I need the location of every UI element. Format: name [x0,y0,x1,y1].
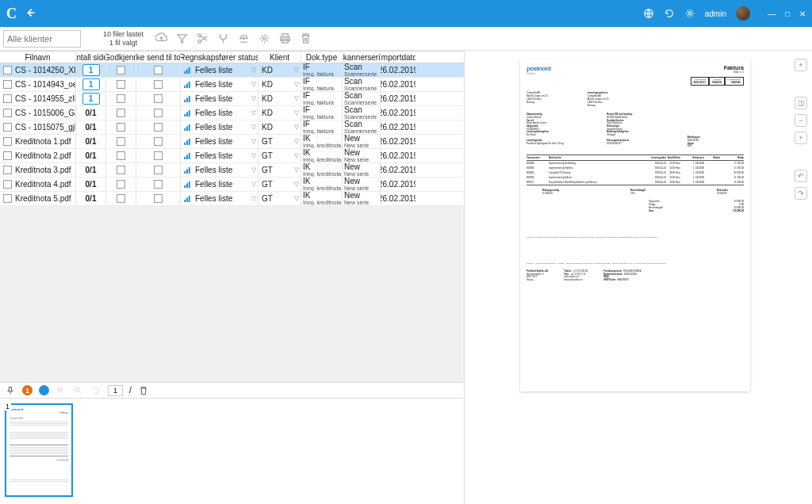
globe-icon[interactable] [643,8,654,19]
export-icon[interactable] [237,32,250,45]
row-checkbox[interactable] [3,151,12,160]
no-send-checkbox[interactable] [154,94,163,103]
no-send-checkbox[interactable] [154,151,163,160]
rotate-icon[interactable] [90,385,102,396]
minimize-icon[interactable]: — [768,10,776,18]
close-icon[interactable]: ✕ [799,10,806,18]
approve-checkbox[interactable] [117,180,125,189]
row-checkbox[interactable] [3,109,12,117]
klient-cell[interactable]: GT▽ [259,163,301,177]
regnskapsforer-cell[interactable]: Felles liste▽ [181,106,259,120]
no-send-checkbox[interactable] [154,180,163,189]
table-row[interactable]: Kreditnota 3.pdf0/1Felles liste▽GT▽IKInn… [0,163,464,178]
col-antall-sider[interactable]: Antall sider [76,52,106,63]
approve-checkbox[interactable] [117,109,125,117]
table-row[interactable]: Kreditnota 2.pdf0/1Felles liste▽GT▽IKInn… [0,149,464,163]
no-send-checkbox[interactable] [154,194,163,203]
refresh-icon[interactable] [664,8,675,19]
no-send-checkbox[interactable] [154,109,163,117]
page-indicator[interactable]: 1 [108,385,123,396]
klient-cell[interactable]: KD▽ [259,92,301,105]
search-input[interactable] [3,30,81,48]
pin-icon[interactable] [5,385,16,396]
table-row[interactable]: CS - 1014955_zIhoo.pdf1Felles liste▽KD▽I… [0,92,464,106]
regnskapsforer-cell[interactable]: Felles liste▽ [181,92,259,105]
regnskapsforer-cell[interactable]: Felles liste▽ [181,120,259,134]
no-send-checkbox[interactable] [154,166,163,174]
col-regnskapsforer[interactable]: Regnskapsfører status [181,52,259,63]
settings-icon[interactable] [258,32,270,45]
zoom-in-icon[interactable] [56,385,67,396]
filter-icon[interactable] [175,32,188,45]
merge-icon[interactable] [216,32,229,45]
document-preview[interactable]: postnord Strålfors Faktura Side 1 / 1 Fa… [520,59,750,391]
approve-checkbox[interactable] [117,137,125,146]
row-checkbox[interactable] [3,166,12,174]
regnskapsforer-cell[interactable]: Felles liste▽ [181,78,259,91]
klient-cell[interactable]: GT▽ [259,192,301,205]
klient-cell[interactable]: GT▽ [259,178,301,191]
regnskapsforer-cell[interactable]: Felles liste▽ [181,192,259,205]
col-klient[interactable]: Klient [259,52,301,63]
no-send-checkbox[interactable] [154,80,163,89]
no-send-checkbox[interactable] [154,137,163,146]
avatar[interactable] [736,6,750,21]
table-row[interactable]: CS - 1015006_Gaix8.pdf0/1Felles liste▽KD… [0,106,464,120]
preview-plus-icon[interactable]: + [795,132,807,144]
approve-checkbox[interactable] [117,194,125,203]
col-godkjenn[interactable]: Godkjenn [106,52,136,63]
approve-checkbox[interactable] [117,80,125,89]
preview-zoom-out-icon[interactable]: − [795,114,807,127]
info-badge[interactable] [39,385,49,395]
no-send-checkbox[interactable] [154,123,163,132]
row-checkbox[interactable] [3,123,12,132]
col-ikke-send[interactable]: Ikke send til tolk [136,52,181,63]
row-checkbox[interactable] [3,180,12,189]
row-checkbox[interactable] [3,66,12,74]
row-checkbox[interactable] [3,94,12,103]
trash-icon[interactable] [138,385,149,396]
table-row[interactable]: Kreditnota 5.pdf0/1Felles liste▽GT▽IKInn… [0,192,464,206]
approve-checkbox[interactable] [117,94,125,103]
approve-checkbox[interactable] [117,166,125,174]
row-checkbox[interactable] [3,137,12,146]
row-checkbox[interactable] [3,80,12,89]
regnskapsforer-cell[interactable]: Felles liste▽ [181,178,259,191]
col-skannerserie[interactable]: Skannerserie [343,52,381,63]
print-icon[interactable] [278,32,291,45]
preview-rotate-left-icon[interactable]: ↶ [795,170,807,182]
approve-checkbox[interactable] [117,66,125,74]
upload-icon[interactable] [155,32,167,45]
klient-cell[interactable]: KD▽ [259,63,301,77]
regnskapsforer-cell[interactable]: Felles liste▽ [181,149,259,162]
gear-icon[interactable] [684,8,695,19]
klient-cell[interactable]: KD▽ [259,106,301,120]
scissors-icon[interactable] [196,32,209,45]
preview-zoom-in-icon[interactable]: + [795,59,807,71]
delete-icon[interactable] [299,32,312,45]
approve-checkbox[interactable] [117,123,125,132]
thumbnail-page[interactable]: 1 postnord Faktura Compello AS 115 000,0… [5,403,73,497]
warning-badge[interactable]: 1 [22,385,33,395]
zoom-out-icon[interactable] [73,385,84,396]
col-filnavn[interactable]: Filnavn [0,52,76,63]
no-send-checkbox[interactable] [154,66,163,74]
col-importdato[interactable]: Importdato [381,52,416,63]
table-row[interactable]: CS - 1014250_XLFZi.pdf1Felles liste▽KD▽I… [0,63,464,78]
klient-cell[interactable]: KD▽ [259,120,301,134]
regnskapsforer-cell[interactable]: Felles liste▽ [181,163,259,177]
maximize-icon[interactable]: □ [785,10,790,18]
row-checkbox[interactable] [3,194,12,203]
klient-cell[interactable]: GT▽ [259,149,301,162]
regnskapsforer-cell[interactable]: Felles liste▽ [181,135,259,148]
klient-cell[interactable]: GT▽ [259,135,301,148]
klient-cell[interactable]: KD▽ [259,78,301,91]
table-row[interactable]: CS - 1015075_gjb17.pdf0/1Felles liste▽KD… [0,120,464,135]
table-row[interactable]: CS - 1014943_oePG7.pdf1Felles liste▽KD▽I… [0,78,464,92]
table-row[interactable]: Kreditnota 4.pdf0/1Felles liste▽GT▽IKInn… [0,178,464,192]
back-icon[interactable] [25,7,36,20]
table-row[interactable]: Kreditnota 1.pdf0/1Felles liste▽GT▽IKInn… [0,135,464,149]
preview-fit-icon[interactable]: ◫ [795,97,807,109]
regnskapsforer-cell[interactable]: Felles liste▽ [181,63,259,77]
approve-checkbox[interactable] [117,151,125,160]
